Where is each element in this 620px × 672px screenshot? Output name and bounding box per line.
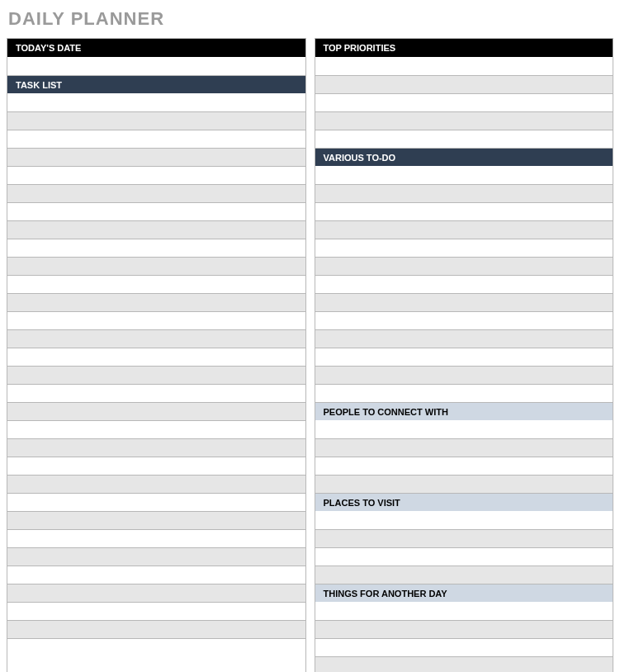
people-row[interactable] (315, 475, 613, 493)
another-day-row[interactable] (315, 638, 613, 656)
another-day-input[interactable] (315, 639, 613, 656)
todo-input[interactable] (315, 166, 613, 184)
task-row[interactable] (7, 566, 305, 584)
places-row[interactable] (315, 547, 613, 566)
task-row[interactable] (7, 366, 305, 384)
another-day-row[interactable] (315, 620, 613, 638)
another-day-input[interactable] (315, 657, 613, 672)
another-day-input[interactable] (315, 621, 613, 638)
places-row[interactable] (315, 529, 613, 547)
task-input[interactable] (7, 239, 305, 257)
task-row[interactable] (7, 148, 305, 166)
task-input[interactable] (7, 221, 305, 239)
priority-row[interactable] (315, 75, 613, 93)
task-input[interactable] (7, 584, 305, 602)
todo-row[interactable] (315, 257, 613, 275)
task-row[interactable] (7, 348, 305, 366)
task-input[interactable] (7, 330, 305, 348)
task-row[interactable] (7, 184, 305, 202)
priority-input[interactable] (315, 94, 613, 111)
task-row[interactable] (7, 602, 305, 620)
task-row[interactable] (7, 239, 305, 257)
task-row[interactable] (7, 402, 305, 420)
todays-date-input[interactable] (7, 57, 305, 75)
task-row[interactable] (7, 257, 305, 275)
task-row[interactable] (7, 529, 305, 547)
priority-input[interactable] (315, 57, 613, 75)
task-input[interactable] (7, 476, 305, 493)
people-input[interactable] (315, 457, 613, 475)
task-row[interactable] (7, 384, 305, 402)
task-row[interactable] (7, 620, 305, 638)
priority-row[interactable] (315, 111, 613, 130)
people-input[interactable] (315, 420, 613, 438)
task-row[interactable] (7, 420, 305, 438)
todays-date-row[interactable] (7, 57, 305, 75)
task-input[interactable] (7, 566, 305, 584)
todo-input[interactable] (315, 367, 613, 384)
task-input[interactable] (7, 548, 305, 566)
task-row[interactable] (7, 111, 305, 130)
todo-row[interactable] (315, 184, 613, 202)
task-input[interactable] (7, 185, 305, 202)
another-day-input[interactable] (315, 602, 613, 620)
task-row[interactable] (7, 220, 305, 239)
todo-row[interactable] (315, 384, 613, 402)
task-row[interactable] (7, 457, 305, 475)
todo-input[interactable] (315, 239, 613, 257)
task-input[interactable] (7, 276, 305, 293)
todo-input[interactable] (315, 312, 613, 329)
task-input[interactable] (7, 439, 305, 457)
todo-input[interactable] (315, 385, 613, 402)
places-input[interactable] (315, 566, 613, 584)
task-input[interactable] (7, 367, 305, 384)
todo-input[interactable] (315, 330, 613, 348)
task-input[interactable] (7, 512, 305, 529)
todo-row[interactable] (315, 348, 613, 366)
places-input[interactable] (315, 530, 613, 547)
priority-input[interactable] (315, 130, 613, 148)
task-input[interactable] (7, 130, 305, 148)
todo-input[interactable] (315, 221, 613, 239)
priority-row[interactable] (315, 57, 613, 75)
priority-input[interactable] (315, 112, 613, 130)
places-row[interactable] (315, 511, 613, 529)
todo-row[interactable] (315, 311, 613, 329)
todo-row[interactable] (315, 329, 613, 348)
task-row[interactable] (7, 511, 305, 529)
places-row[interactable] (315, 566, 613, 584)
task-row[interactable] (7, 130, 305, 148)
task-input[interactable] (7, 167, 305, 184)
todo-row[interactable] (315, 202, 613, 220)
todo-input[interactable] (315, 203, 613, 220)
task-row[interactable] (7, 638, 305, 656)
places-input[interactable] (315, 548, 613, 566)
todo-input[interactable] (315, 185, 613, 202)
task-row[interactable] (7, 202, 305, 220)
places-input[interactable] (315, 511, 613, 529)
todo-input[interactable] (315, 276, 613, 293)
task-input[interactable] (7, 258, 305, 275)
task-input[interactable] (7, 93, 305, 111)
task-input[interactable] (7, 348, 305, 366)
people-row[interactable] (315, 420, 613, 438)
todo-input[interactable] (315, 258, 613, 275)
task-input[interactable] (7, 457, 305, 475)
todo-row[interactable] (315, 239, 613, 257)
task-row[interactable] (7, 584, 305, 602)
another-day-row[interactable] (315, 602, 613, 620)
task-row[interactable] (7, 93, 305, 111)
task-row[interactable] (7, 329, 305, 348)
task-row[interactable] (7, 438, 305, 457)
people-input[interactable] (315, 439, 613, 457)
people-row[interactable] (315, 457, 613, 475)
people-input[interactable] (315, 476, 613, 493)
todo-row[interactable] (315, 166, 613, 184)
task-row[interactable] (7, 275, 305, 293)
another-day-row[interactable] (315, 656, 613, 672)
task-input[interactable] (7, 112, 305, 130)
priority-row[interactable] (315, 93, 613, 111)
task-input[interactable] (7, 385, 305, 402)
todo-input[interactable] (315, 294, 613, 311)
task-input[interactable] (7, 149, 305, 166)
